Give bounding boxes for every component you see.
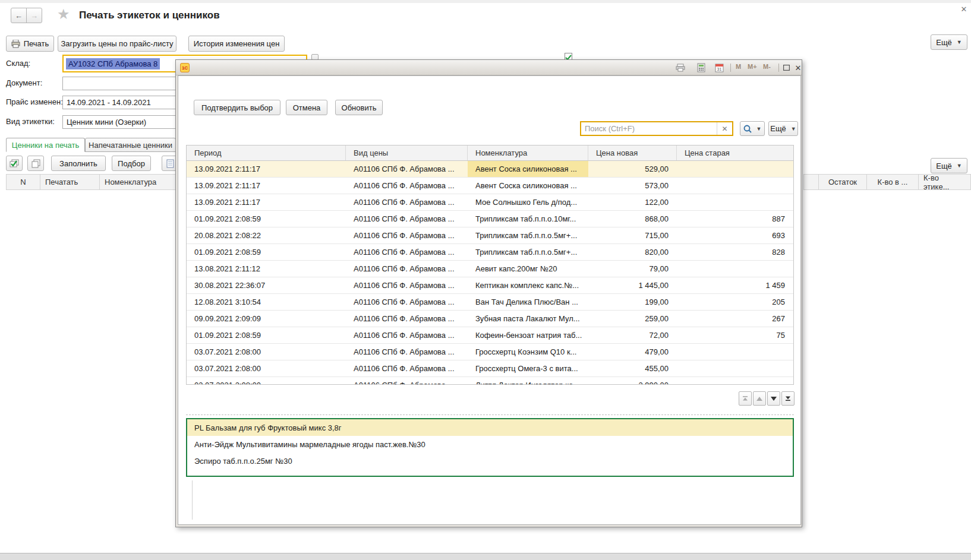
price-table-row[interactable]: 13.09.2021 2:11:17 А01106 СПб Ф. Абрамов… (187, 178, 793, 194)
cell-price-new: 715,00 (588, 227, 677, 243)
go-first-button[interactable] (739, 391, 752, 406)
more-button-top[interactable]: Ещё▼ (931, 34, 967, 50)
search-input[interactable] (581, 122, 717, 135)
selected-goods-row[interactable]: Эспиро таб.п.п.о.25мг №30 (187, 453, 793, 469)
price-table-row[interactable]: 13.09.2021 2:11:17 А01106 СПб Ф. Абрамов… (187, 161, 793, 178)
price-table-row[interactable]: 20.08.2021 2:08:22 А01106 СПб Ф. Абрамов… (187, 227, 793, 244)
cell-nomenclature: Зубная паста Лакалют Мул... (468, 311, 588, 327)
more-button-table[interactable]: Ещё▼ (931, 158, 967, 173)
col-price-new[interactable]: Цена новая (588, 145, 677, 160)
label-kind-field[interactable]: Ценник мини (Озерки) (62, 115, 181, 129)
refresh-button[interactable]: Обновить (335, 100, 383, 115)
cell-price-new: 868,00 (588, 211, 677, 227)
selected-goods-row[interactable]: Анти-Эйдж Мультивитамины мармеладные яго… (187, 436, 793, 453)
price-table-row[interactable]: 03.07.2021 2:08:00 А01106 СПб Ф. Абрамов… (187, 360, 793, 377)
col-header-qty-labels[interactable]: К-во этике... (918, 174, 971, 190)
set-flags-button[interactable] (6, 156, 23, 171)
col-header-qty-in[interactable]: К-во в ... (866, 174, 919, 190)
cell-price-old (677, 360, 793, 377)
cell-price-old (677, 178, 793, 194)
nav-back-button[interactable]: ← (11, 8, 27, 23)
cell-price-old: 75 (677, 327, 793, 343)
price-table-row[interactable]: 03.07.2021 2:08:00 А01106 СПб Ф. Абрамов… (187, 377, 793, 385)
price-table-row[interactable]: 03.07.2021 2:08:00 А01106 СПб Ф. Абрамов… (187, 344, 793, 360)
price-changed-field[interactable]: 14.09.2021 - 14.09.2021 (62, 96, 181, 109)
cell-price-old: 828 (677, 244, 793, 260)
search-clear-icon[interactable]: ✕ (717, 122, 732, 135)
cell-period: 13.09.2021 2:11:17 (187, 178, 346, 194)
main-close-icon[interactable]: ✕ (958, 4, 970, 14)
col-price-old[interactable]: Цена старая (677, 145, 793, 160)
favorite-star-icon[interactable]: ★ (57, 6, 70, 23)
selected-goods-box: PL Бальзам для губ Фруктовый микс 3,8г А… (186, 418, 794, 477)
memory-mminus-button[interactable]: M- (763, 63, 771, 70)
pick-button[interactable]: Подбор (112, 156, 151, 171)
calculator-icon[interactable] (696, 63, 707, 72)
col-nomenclature[interactable]: Номенклатура (468, 145, 588, 160)
cell-price-type: А01106 СПб Ф. Абрамова ... (346, 277, 468, 293)
clear-flags-button[interactable] (27, 156, 44, 171)
price-table-row[interactable]: 30.08.2021 22:36:07 А01106 СПб Ф. Абрамо… (187, 277, 793, 294)
cell-price-old (677, 377, 793, 385)
fill-button[interactable]: Заполнить (51, 156, 106, 171)
maximize-icon[interactable] (781, 63, 792, 72)
search-button[interactable]: ▼ (740, 121, 765, 136)
price-table-row[interactable]: 09.09.2021 2:09:09 А01106 СПб Ф. Абрамов… (187, 311, 793, 327)
refresh-label: Обновить (342, 103, 377, 112)
cancel-label: Отмена (293, 103, 321, 112)
price-table-row[interactable]: 12.08.2021 3:10:54 А01106 СПб Ф. Абрамов… (187, 294, 793, 311)
sklad-label: Склад: (6, 59, 30, 68)
col-header-n[interactable]: N (6, 174, 40, 190)
price-table-row[interactable]: 01.09.2021 2:08:59 А01106 СПб Ф. Абрамов… (187, 244, 793, 261)
selected-goods-name: Эспиро таб.п.п.о.25мг №30 (194, 457, 292, 466)
col-price-type[interactable]: Вид цены (346, 145, 468, 160)
memory-m-button[interactable]: M (736, 63, 741, 70)
price-history-button[interactable]: История изменения цен (188, 36, 285, 52)
cell-price-old (677, 194, 793, 210)
horizontal-scrollbar[interactable] (0, 553, 971, 560)
cell-nomenclature: Авент Соска силиконовая ... (468, 178, 588, 194)
cell-price-type: А01106 СПб Ф. Абрамова ... (346, 227, 468, 243)
go-last-button[interactable] (781, 391, 795, 406)
col-header-empty[interactable] (803, 174, 819, 190)
cell-period: 20.08.2021 2:08:22 (187, 227, 346, 243)
col-header-print[interactable]: Печатать (40, 174, 100, 190)
cancel-button[interactable]: Отмена (286, 100, 327, 115)
col-header-stock[interactable]: Остаток (818, 174, 867, 190)
modal-close-icon[interactable]: ✕ (793, 63, 803, 72)
modal-titlebar[interactable]: 1С 31 M M+ M- ✕ (176, 60, 802, 75)
cell-price-new: 1 445,00 (588, 277, 677, 293)
price-table-row[interactable]: 01.09.2021 2:08:59 А01106 СПб Ф. Абрамов… (187, 327, 793, 344)
splitter[interactable] (186, 415, 794, 415)
cell-price-old: 1 459 (677, 277, 793, 293)
print-button[interactable]: Печать (6, 36, 54, 52)
nav-forward-button[interactable]: → (26, 8, 42, 23)
chevron-down-icon: ▼ (957, 39, 962, 45)
price-table-row[interactable]: 01.09.2021 2:08:59 А01106 СПб Ф. Абрамов… (187, 211, 793, 227)
save-print-icon[interactable] (675, 63, 686, 72)
svg-text:31: 31 (717, 67, 721, 71)
selected-goods-list: PL Бальзам для губ Фруктовый микс 3,8г А… (187, 419, 793, 469)
confirm-selection-button[interactable]: Подтвердить выбор (194, 100, 280, 115)
memory-mplus-button[interactable]: M+ (748, 63, 757, 70)
tab-price-tags-to-print[interactable]: Ценники на печать (6, 138, 85, 152)
load-prices-label: Загрузить цены по прайс-листу (61, 39, 173, 48)
go-up-button[interactable] (753, 391, 766, 406)
price-table-row[interactable]: 13.08.2021 2:11:12 А01106 СПб Ф. Абрамов… (187, 261, 793, 277)
cell-price-type: А01106 СПб Ф. Абрамова ... (346, 261, 468, 277)
col-price-type-label: Вид цены (354, 148, 388, 157)
titlebar-separator (778, 64, 779, 72)
printer-icon (11, 40, 20, 48)
1c-logo-icon: 1С (180, 63, 190, 72)
price-table-row[interactable]: 13.09.2021 2:11:17 А01106 СПб Ф. Абрамов… (187, 194, 793, 211)
price-table-header: Период Вид цены Номенклатура Цена новая … (187, 145, 793, 161)
document-field[interactable] (62, 77, 181, 90)
tab-printed-price-tags[interactable]: Напечатанные ценники (85, 138, 176, 152)
go-down-button[interactable] (767, 391, 780, 406)
col-period[interactable]: Период (187, 145, 346, 160)
modal-more-button[interactable]: Ещё▼ (768, 121, 798, 136)
cell-price-type: А01106 СПб Ф. Абрамова ... (346, 211, 468, 227)
load-prices-button[interactable]: Загрузить цены по прайс-листу (58, 36, 176, 52)
selected-goods-row[interactable]: PL Бальзам для губ Фруктовый микс 3,8г (187, 419, 793, 436)
calendar-icon[interactable]: 31 (714, 63, 724, 72)
